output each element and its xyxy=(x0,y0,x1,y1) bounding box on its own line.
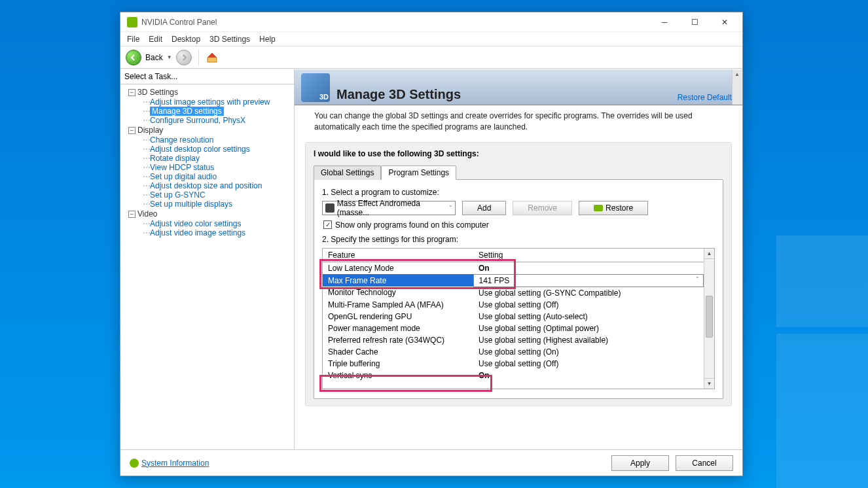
chevron-down-icon: ˅ xyxy=(449,205,452,211)
tree-video-image[interactable]: Adjust video image settings xyxy=(150,228,245,237)
app-window: NVIDIA Control Panel ─ ☐ ✕ File Edit Des… xyxy=(120,12,743,476)
tree-gsync[interactable]: Set up G-SYNC xyxy=(150,190,206,200)
tree-adjust-image[interactable]: Adjust image settings with preview xyxy=(150,97,270,107)
col-feature[interactable]: Feature xyxy=(323,249,473,262)
tree-cat-display: Display xyxy=(137,126,163,135)
scroll-up-icon[interactable]: ▲ xyxy=(704,249,714,259)
setting-cell[interactable]: Use global setting (Off) xyxy=(473,299,704,311)
task-tree: −3D Settings ⋯Adjust image settings with… xyxy=(120,84,294,449)
home-icon[interactable] xyxy=(206,51,219,64)
setting-cell[interactable]: Use global setting (On) xyxy=(473,346,704,358)
table-row[interactable]: Triple bufferingUse global setting (Off) xyxy=(323,358,704,370)
tree-video-color[interactable]: Adjust video color settings xyxy=(150,219,241,228)
desktop-accent xyxy=(776,235,868,327)
collapse-icon[interactable]: − xyxy=(128,211,136,218)
table-row[interactable]: Monitor TechnologyUse global setting (G-… xyxy=(323,287,704,299)
menu-3d-settings[interactable]: 3D Settings xyxy=(209,35,250,44)
program-select[interactable]: Mass Effect Andromeda (masse... ˅ xyxy=(322,201,456,215)
menu-help[interactable]: Help xyxy=(259,35,276,44)
tree-cat-3d: 3D Settings xyxy=(137,88,178,97)
menu-file[interactable]: File xyxy=(127,35,139,44)
tab-body: 1. Select a program to customize: Mass E… xyxy=(314,179,723,399)
window-title: NVIDIA Control Panel xyxy=(141,18,649,27)
table-row[interactable]: Vertical syncOn xyxy=(323,370,704,381)
setting-cell[interactable]: On xyxy=(473,370,704,381)
page-title: Manage 3D Settings xyxy=(336,87,671,102)
tabstrip: Global Settings Program Settings xyxy=(314,166,723,180)
header-scrollbar[interactable]: ▲ xyxy=(732,69,742,105)
feature-cell: Power management mode xyxy=(323,322,473,334)
footer: System Information Apply Cancel xyxy=(120,449,742,476)
setting-cell[interactable]: 141 FPS xyxy=(473,274,704,287)
step2-label: 2. Specify the settings for this program… xyxy=(322,235,715,244)
apply-button[interactable]: Apply xyxy=(611,455,669,471)
table-row[interactable]: Multi-Frame Sampled AA (MFAA)Use global … xyxy=(323,299,704,311)
restore-defaults-link[interactable]: Restore Defaults xyxy=(678,93,736,102)
tree-desktop-size[interactable]: Adjust desktop size and position xyxy=(150,181,262,190)
menu-edit[interactable]: Edit xyxy=(149,35,162,44)
menu-desktop[interactable]: Desktop xyxy=(172,35,200,44)
feature-cell: Preferred refresh rate (G34WQC) xyxy=(323,334,473,346)
tree-digital-audio[interactable]: Set up digital audio xyxy=(150,172,217,181)
settings-panel: I would like to use the following 3D set… xyxy=(305,142,732,406)
titlebar[interactable]: NVIDIA Control Panel ─ ☐ ✕ xyxy=(120,12,742,32)
setting-cell[interactable]: Use global setting (G-SYNC Compatible) xyxy=(473,287,704,299)
main-header: Manage 3D Settings Restore Defaults ▲ xyxy=(295,69,742,105)
tree-change-resolution[interactable]: Change resolution xyxy=(150,135,213,145)
setting-cell[interactable]: On xyxy=(473,262,704,274)
tab-global-settings[interactable]: Global Settings xyxy=(314,166,381,180)
maximize-button[interactable]: ☐ xyxy=(679,12,710,32)
tree-manage-3d[interactable]: Manage 3D settings xyxy=(150,107,224,116)
restore-button[interactable]: Restore xyxy=(579,201,648,215)
tree-adjust-color[interactable]: Adjust desktop color settings xyxy=(150,145,250,154)
back-button[interactable] xyxy=(126,50,141,65)
show-only-label: Show only programs found on this compute… xyxy=(335,220,489,230)
nvidia-icon xyxy=(127,17,137,27)
program-icon xyxy=(325,203,335,213)
content-area: Select a Task... −3D Settings ⋯Adjust im… xyxy=(120,69,742,449)
back-dropdown-icon[interactable]: ▼ xyxy=(167,54,172,60)
description-text: You can change the global 3D settings an… xyxy=(295,105,742,138)
tree-hdcp-status[interactable]: View HDCP status xyxy=(150,163,214,172)
tree-rotate-display[interactable]: Rotate display xyxy=(150,154,200,163)
remove-button: Remove xyxy=(513,201,572,215)
table-row[interactable]: OpenGL rendering GPUUse global setting (… xyxy=(323,311,704,322)
system-information-link[interactable]: System Information xyxy=(130,459,209,468)
table-row[interactable]: Low Latency ModeOn xyxy=(323,262,704,274)
add-button[interactable]: Add xyxy=(462,201,506,215)
minimize-button[interactable]: ─ xyxy=(649,12,679,32)
table-row[interactable]: Preferred refresh rate (G34WQC)Use globa… xyxy=(323,334,704,346)
setting-cell[interactable]: Use global setting (Off) xyxy=(473,358,704,370)
step1-label: 1. Select a program to customize: xyxy=(322,188,715,197)
feature-cell: Triple buffering xyxy=(323,358,473,370)
tree-cat-video: Video xyxy=(137,209,157,218)
tree-multi-displays[interactable]: Set up multiple displays xyxy=(150,200,232,209)
forward-button[interactable] xyxy=(176,50,192,65)
toolbar: Back ▼ xyxy=(120,46,742,69)
scroll-down-icon[interactable]: ▼ xyxy=(704,378,714,389)
tab-program-settings[interactable]: Program Settings xyxy=(381,166,456,180)
scroll-thumb[interactable] xyxy=(706,296,713,338)
table-row[interactable]: Max Frame Rate141 FPS xyxy=(323,274,704,287)
toolbar-separator xyxy=(198,50,199,65)
setting-cell[interactable]: Use global setting (Auto-select) xyxy=(473,311,704,322)
nvidia-icon xyxy=(594,205,603,211)
table-row[interactable]: Shader CacheUse global setting (On) xyxy=(323,346,704,358)
feature-cell: Shader Cache xyxy=(323,346,473,358)
setting-cell[interactable]: Use global setting (Optimal power) xyxy=(473,322,704,334)
close-button[interactable]: ✕ xyxy=(710,12,740,32)
tree-configure-surround[interactable]: Configure Surround, PhysX xyxy=(150,116,245,125)
cancel-button[interactable]: Cancel xyxy=(676,455,733,471)
feature-cell: Monitor Technology xyxy=(323,287,473,299)
feature-cell: Low Latency Mode xyxy=(323,262,473,274)
table-scrollbar[interactable]: ▲ ▼ xyxy=(704,249,714,389)
feature-cell: OpenGL rendering GPU xyxy=(323,311,473,322)
col-setting[interactable]: Setting xyxy=(473,249,704,262)
table-row[interactable]: Power management modeUse global setting … xyxy=(323,322,704,334)
setting-cell[interactable]: Use global setting (Highest available) xyxy=(473,334,704,346)
collapse-icon[interactable]: − xyxy=(128,127,136,134)
collapse-icon[interactable]: − xyxy=(128,89,136,96)
show-only-checkbox[interactable]: ✓ Show only programs found on this compu… xyxy=(323,220,715,230)
feature-cell: Max Frame Rate xyxy=(323,274,473,287)
menubar: File Edit Desktop 3D Settings Help xyxy=(120,32,742,46)
